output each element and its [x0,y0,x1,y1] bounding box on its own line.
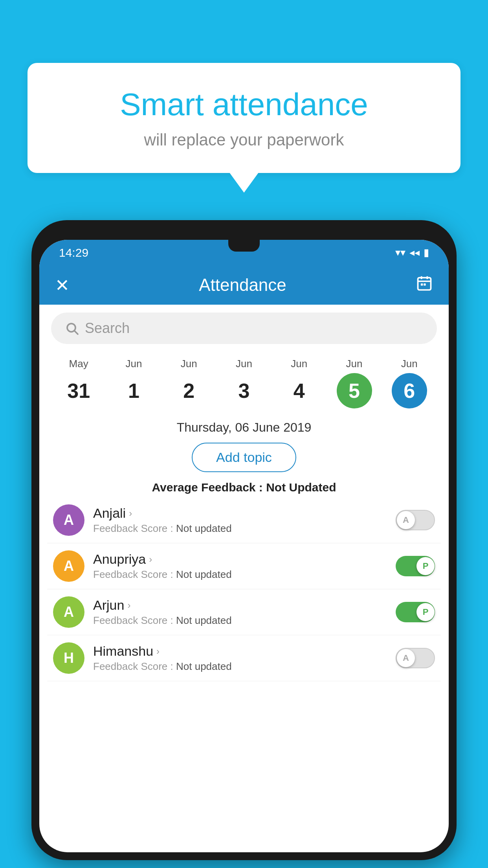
selected-date-label: Thursday, 06 June 2019 [39,414,449,439]
avatar-himanshu: H [53,642,84,674]
cal-date-3[interactable]: 3 [226,373,262,408]
speech-bubble: Smart attendance will replace your paper… [28,63,460,173]
app-header: ✕ Attendance [39,265,449,305]
phone-screen: 14:29 ▾▾ ◂◂ ▮ ✕ Attendance [39,240,449,852]
chevron-icon-anupriya: › [149,554,152,565]
toggle-knob-arjun: P [416,603,435,621]
cal-month-1: Jun [125,358,142,370]
close-button[interactable]: ✕ [55,275,70,295]
toggle-knob-anjali: A [397,511,415,529]
cal-day-6[interactable]: Jun 6 [382,358,437,408]
search-bar[interactable]: Search [51,313,437,344]
cal-day-1[interactable]: Jun 1 [106,358,161,408]
header-title: Attendance [199,275,286,295]
student-info-anjali: Anjali › Feedback Score : Not updated [93,506,387,535]
status-icons: ▾▾ ◂◂ ▮ [395,246,429,259]
avg-feedback-value: Not Updated [266,481,336,494]
avg-feedback: Average Feedback : Not Updated [39,476,449,497]
phone-notch [228,240,260,252]
wifi-icon: ▾▾ [395,246,405,259]
chevron-icon-anjali: › [129,508,132,519]
avg-feedback-label: Average Feedback : [152,481,262,494]
student-feedback-himanshu: Feedback Score : Not updated [93,660,387,673]
toggle-anjali[interactable]: A [396,510,435,530]
student-list: A Anjali › Feedback Score : Not updated … [39,497,449,681]
search-icon [65,321,79,335]
student-name-arjun: Arjun › [93,598,387,613]
cal-date-2[interactable]: 2 [171,373,207,408]
student-feedback-arjun: Feedback Score : Not updated [93,614,387,627]
cal-day-0[interactable]: May 31 [51,358,106,408]
cal-date-4[interactable]: 4 [281,373,317,408]
cal-month-4: Jun [291,358,307,370]
search-input[interactable]: Search [85,320,130,337]
add-topic-button[interactable]: Add topic [192,443,296,472]
student-info-anupriya: Anupriya › Feedback Score : Not updated [93,552,387,581]
cal-month-3: Jun [236,358,252,370]
student-feedback-anupriya: Feedback Score : Not updated [93,568,387,581]
cal-date-5[interactable]: 5 [337,373,372,408]
toggle-anupriya[interactable]: P [396,556,435,576]
student-item-anjali[interactable]: A Anjali › Feedback Score : Not updated … [47,497,441,543]
svg-rect-5 [424,283,426,286]
cal-day-4[interactable]: Jun 4 [272,358,327,408]
student-name-himanshu: Himanshu › [93,644,387,659]
chevron-icon-himanshu: › [156,646,160,657]
toggle-knob-anupriya: P [416,557,435,575]
cal-day-2[interactable]: Jun 2 [161,358,216,408]
student-info-himanshu: Himanshu › Feedback Score : Not updated [93,644,387,673]
svg-rect-4 [421,283,423,286]
status-time: 14:29 [59,246,88,259]
svg-line-7 [75,331,78,334]
cal-date-1[interactable]: 1 [116,373,151,408]
calendar-icon[interactable] [416,275,433,296]
cal-date-6[interactable]: 6 [392,373,427,408]
cal-month-0: May [69,358,88,370]
student-item-arjun[interactable]: A Arjun › Feedback Score : Not updated P [47,589,441,635]
bubble-subtitle: will replace your paperwork [59,131,429,149]
cal-month-2: Jun [181,358,197,370]
avatar-arjun: A [53,596,84,628]
cal-date-0[interactable]: 31 [61,373,96,408]
toggle-knob-himanshu: A [397,649,415,667]
chevron-icon-arjun: › [127,600,130,611]
student-feedback-anjali: Feedback Score : Not updated [93,522,387,535]
bubble-title: Smart attendance [59,86,429,123]
avatar-anjali: A [53,504,84,536]
toggle-arjun[interactable]: P [396,602,435,622]
student-item-himanshu[interactable]: H Himanshu › Feedback Score : Not update… [47,635,441,681]
cal-day-3[interactable]: Jun 3 [216,358,272,408]
calendar-strip: May 31 Jun 1 Jun 2 Jun 3 Jun 4 Jun 5 [39,352,449,414]
toggle-himanshu[interactable]: A [396,648,435,668]
student-name-anjali: Anjali › [93,506,387,521]
avatar-anupriya: A [53,550,84,582]
cal-month-6: Jun [401,358,418,370]
student-item-anupriya[interactable]: A Anupriya › Feedback Score : Not update… [47,543,441,589]
battery-icon: ▮ [424,246,429,259]
signal-icon: ◂◂ [409,246,420,259]
cal-month-5: Jun [346,358,363,370]
student-name-anupriya: Anupriya › [93,552,387,567]
phone-frame: 14:29 ▾▾ ◂◂ ▮ ✕ Attendance [31,220,457,860]
student-info-arjun: Arjun › Feedback Score : Not updated [93,598,387,627]
cal-day-5[interactable]: Jun 5 [327,358,382,408]
